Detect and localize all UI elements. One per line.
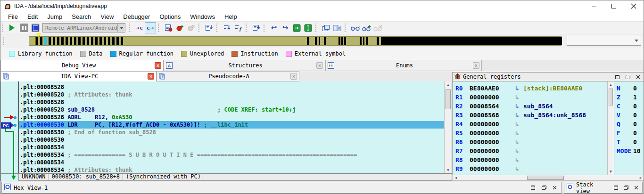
scroll-down-icon[interactable]: ▼ [608, 168, 614, 175]
tab-debug-view[interactable]: Debug View × [0, 60, 164, 71]
tab-pseudocode-a[interactable]: Pseudocode-A × [157, 71, 299, 81]
flag-row[interactable]: T0 [614, 137, 644, 146]
add-breakpoint-icon[interactable] [174, 22, 185, 33]
minimize-icon[interactable] [584, 0, 604, 12]
register-list[interactable]: R0BE80AAE0↳[stack]:BE80AAE0R100000000↳R2… [453, 81, 607, 175]
close-panel-icon[interactable] [633, 184, 640, 191]
disasm-line[interactable]: .plt:00008534 ; =============== S U B R … [19, 151, 444, 159]
register-row[interactable]: R100000000↳ [453, 93, 607, 102]
tab-enums[interactable]: Enums × [325, 60, 482, 71]
menu-view[interactable]: View [96, 13, 118, 20]
float-panel-icon[interactable] [622, 184, 629, 191]
run-process-icon[interactable]: c➜ [145, 22, 156, 33]
delete-watch-icon[interactable] [372, 22, 383, 33]
close-panel-icon[interactable] [634, 73, 642, 81]
flag-row[interactable]: C0 [614, 102, 644, 111]
register-row[interactable]: R900000000↳ [453, 164, 607, 173]
flag-row[interactable]: F0 [614, 129, 644, 137]
maximize-panel-icon[interactable] [613, 73, 621, 81]
watch-list-icon[interactable] [349, 22, 361, 33]
register-row[interactable]: R400000000↳ [453, 120, 607, 129]
continue-process-icon[interactable] [7, 22, 18, 33]
disasm-line[interactable]: .plt:00008534 [19, 159, 444, 166]
step-over-icon[interactable] [221, 22, 232, 33]
register-row[interactable]: R700000000↳ [453, 146, 607, 155]
pause-process-icon[interactable] [18, 22, 30, 33]
disasm-line[interactable]: .plt:00008530 [19, 136, 444, 144]
menu-help[interactable]: Help [220, 13, 242, 20]
tab-structures[interactable]: A Structures × [164, 60, 325, 71]
run-to-cursor-icon[interactable] [302, 22, 314, 33]
flag-row[interactable]: V0 [614, 111, 644, 120]
float-panel-icon[interactable] [540, 184, 548, 191]
maximize-panel-icon[interactable] [529, 184, 537, 191]
delete-breakpoint-icon[interactable] [185, 22, 197, 33]
scroll-thumb[interactable] [609, 89, 613, 105]
menu-options[interactable]: Options [155, 13, 185, 20]
register-row[interactable]: R0BE80AAE0↳[stack]:BE80AAE0 [453, 84, 607, 93]
register-row[interactable]: R500000000↳ [453, 129, 607, 137]
trace-over-icon[interactable]: f [232, 22, 244, 33]
scroll-thumb[interactable] [446, 89, 451, 109]
tab-ida-view-pc[interactable]: IDA View-PC × [0, 71, 157, 81]
maximize-icon[interactable] [604, 0, 624, 12]
menu-jump[interactable]: Jump [42, 13, 67, 20]
disasm-line[interactable]: .plt:00008528 [19, 98, 444, 106]
run-until-return-icon[interactable] [291, 22, 302, 33]
scroll-up-icon[interactable]: ▲ [608, 81, 614, 88]
disasm-line[interactable]: .plt:00008530 LDR PC, [R12,#(off_ACD0 - … [19, 121, 444, 129]
scroll-right-icon[interactable]: ► [637, 175, 644, 180]
next-position-icon[interactable]: ↪ [280, 22, 291, 33]
registers-hscrollbar[interactable]: ◄ ► [452, 175, 644, 181]
close-tab-icon[interactable]: × [155, 62, 161, 69]
navband-zoom-select[interactable] [567, 36, 641, 46]
flag-row[interactable]: Z1 [614, 93, 644, 102]
menu-debugger[interactable]: Debugger [118, 13, 155, 20]
disasm-line[interactable]: .plt:00008534 [19, 144, 444, 151]
register-row[interactable]: R200008564↳sub_8564 [453, 102, 607, 111]
flag-row[interactable]: Q0 [614, 120, 644, 129]
step-into-icon[interactable] [203, 22, 215, 33]
disasm-line[interactable]: .plt:00008530 ; End of function sub_8528 [19, 129, 444, 136]
flag-row[interactable]: MODE10 [614, 146, 644, 155]
register-row[interactable]: R600000000↳ [453, 137, 607, 146]
close-panel-icon[interactable] [551, 184, 559, 191]
disasm-vscrollbar[interactable]: ▲ ▼ [444, 81, 452, 173]
disasm-line[interactable]: .plt:00008528 ADRL R12, 0xA530 [19, 113, 444, 121]
window-copy-icon[interactable] [331, 22, 343, 33]
scroll-track[interactable] [459, 175, 637, 180]
disasm-line[interactable]: .plt:00008534 ; Attributes: thunk [19, 166, 444, 174]
breakpoint-list-icon[interactable] [163, 22, 174, 33]
maximize-panel-icon[interactable] [612, 184, 619, 191]
close-tab-icon[interactable]: × [148, 73, 154, 80]
register-row[interactable]: R800000000↳ [453, 155, 607, 164]
close-tab-icon[interactable]: × [473, 62, 479, 69]
disassembly-view[interactable]: .plt:00008528.plt:00008528 ; Attributes:… [0, 81, 452, 174]
add-watch-icon[interactable] [361, 22, 372, 33]
step-until-return-icon[interactable] [250, 22, 262, 33]
prev-position-icon[interactable]: ↩ [268, 22, 280, 33]
menu-windows[interactable]: Windows [185, 13, 220, 20]
flag-row[interactable]: N0 [614, 84, 644, 93]
scroll-left-icon[interactable]: ◄ [453, 175, 459, 180]
menu-edit[interactable]: Edit [23, 13, 42, 20]
scroll-down-icon[interactable]: ▼ [445, 167, 452, 173]
debugger-selector[interactable]: Remote ARMLinux/Android debugger [42, 23, 125, 32]
hex-view-bar[interactable]: Hex View-1 [1, 182, 561, 194]
stack-view-bar[interactable]: Stack view [564, 182, 643, 194]
navigation-band[interactable] [29, 36, 561, 46]
disasm-line[interactable]: .plt:00008528 sub_8528 ; CODE XREF: star… [19, 106, 444, 113]
registers-vscrollbar[interactable]: ▲ ▼ [607, 81, 614, 175]
scroll-thumb[interactable] [527, 176, 564, 180]
disasm-line[interactable]: .plt:00008528 ; Attributes: thunk [19, 91, 444, 98]
scroll-up-icon[interactable]: ▲ [445, 81, 452, 88]
attach-process-icon[interactable]: ➜c [133, 22, 145, 33]
menu-search[interactable]: Search [67, 13, 96, 20]
close-tab-icon[interactable]: × [290, 73, 297, 80]
close-icon[interactable] [624, 0, 644, 12]
close-tab-icon[interactable]: × [316, 62, 323, 69]
float-panel-icon[interactable] [624, 73, 632, 81]
menu-file[interactable]: File [3, 13, 23, 20]
register-row[interactable]: R300008568↳sub_8564:unk_8568 [453, 111, 607, 120]
stop-process-icon[interactable] [30, 22, 41, 33]
